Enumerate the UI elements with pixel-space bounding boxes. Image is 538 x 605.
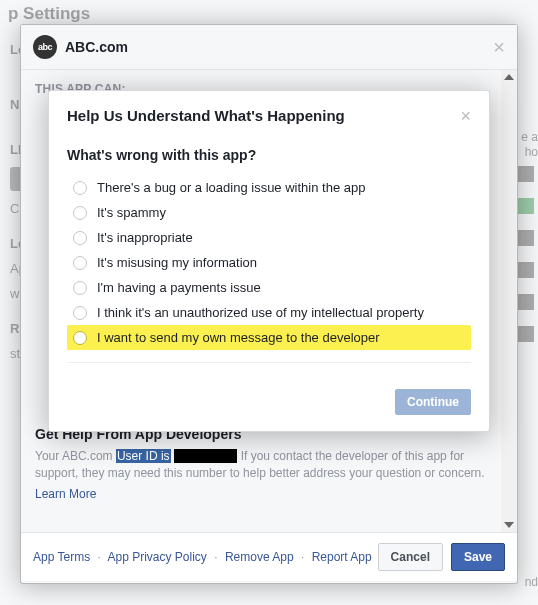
continue-button[interactable]: Continue [395,389,471,415]
radio-icon [73,256,87,270]
report-title: Help Us Understand What's Happening [67,107,345,124]
report-option[interactable]: I think it's an unauthorized use of my i… [67,300,471,325]
scrollbar[interactable] [501,70,517,532]
report-option[interactable]: It's spammy [67,200,471,225]
learn-more-link[interactable]: Learn More [35,487,96,501]
option-label: I'm having a payments issue [97,280,261,295]
modal-footer: App Terms · App Privacy Policy · Remove … [21,532,517,581]
modal-header: abc ABC.com × [21,25,517,70]
option-label: It's spammy [97,205,166,220]
close-icon[interactable]: × [493,37,505,57]
option-label: There's a bug or a loading issue within … [97,180,365,195]
radio-icon [73,206,87,220]
option-label: It's inappropriate [97,230,193,245]
scroll-down-icon[interactable] [504,522,514,528]
footer-link-remove[interactable]: Remove App [225,550,294,564]
report-footer: Continue [49,377,489,431]
modal-title: ABC.com [65,39,128,55]
radio-icon [73,306,87,320]
report-modal: Help Us Understand What's Happening × Wh… [48,90,490,432]
save-button[interactable]: Save [451,543,505,571]
report-option[interactable]: It's misusing my information [67,250,471,275]
report-option[interactable]: There's a bug or a loading issue within … [67,175,471,200]
cancel-button[interactable]: Cancel [378,543,443,571]
option-label: I want to send my own message to the dev… [97,330,380,345]
option-label: It's misusing my information [97,255,257,270]
report-option[interactable]: It's inappropriate [67,225,471,250]
option-label: I think it's an unauthorized use of my i… [97,305,424,320]
divider [67,362,471,363]
scroll-up-icon[interactable] [504,74,514,80]
user-id-label[interactable]: User ID is [116,449,171,463]
report-option-highlighted[interactable]: I want to send my own message to the dev… [67,325,471,350]
app-logo: abc [33,35,57,59]
report-question: What's wrong with this app? [67,147,471,163]
report-option[interactable]: I'm having a payments issue [67,275,471,300]
dev-help-text: Your ABC.com User ID is If you contact t… [35,448,503,483]
radio-icon [73,231,87,245]
report-body: What's wrong with this app? There's a bu… [49,135,489,377]
close-icon[interactable]: × [460,107,471,125]
user-id-value [174,449,237,463]
radio-icon [73,181,87,195]
footer-link-privacy[interactable]: App Privacy Policy [108,550,207,564]
radio-icon [73,281,87,295]
footer-link-terms[interactable]: App Terms [33,550,90,564]
radio-icon [73,331,87,345]
report-header: Help Us Understand What's Happening × [49,91,489,135]
footer-links: App Terms · App Privacy Policy · Remove … [33,550,372,564]
footer-link-report[interactable]: Report App [312,550,372,564]
